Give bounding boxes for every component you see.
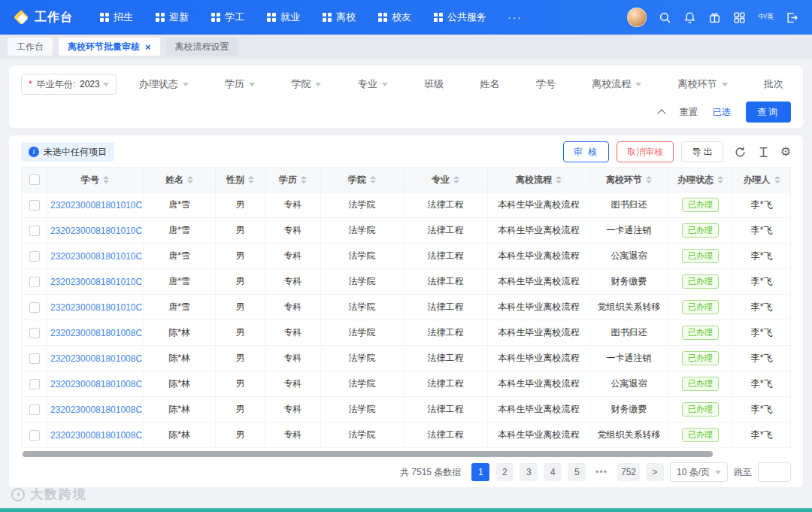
gift-icon[interactable] <box>708 11 721 24</box>
apps-grid-icon[interactable] <box>733 11 746 24</box>
next-page-button[interactable]: > <box>646 463 664 481</box>
tab[interactable]: 离校环节批量审核 × <box>59 38 160 56</box>
column-header[interactable]: 离校环节 <box>590 168 668 192</box>
nav-menu-item[interactable]: 公共服务 <box>434 11 486 24</box>
row-checkbox[interactable] <box>29 430 40 441</box>
page-button[interactable]: 1 <box>471 463 489 481</box>
column-header[interactable]: 办理状态 <box>668 168 733 192</box>
page-button[interactable]: ••• <box>592 463 611 481</box>
filter-field[interactable]: 专业 <box>358 77 388 91</box>
sort-icon[interactable] <box>717 176 723 183</box>
column-header[interactable]: 学院 <box>321 168 404 192</box>
filter-field[interactable]: 学历 <box>225 77 255 91</box>
row-checkbox[interactable] <box>29 302 40 313</box>
filter-field[interactable]: 离校环节 <box>678 77 728 91</box>
filter-field[interactable]: 离校流程 <box>592 77 641 91</box>
selected-link[interactable]: 已选 <box>713 106 731 119</box>
sort-icon[interactable] <box>248 176 254 183</box>
nav-menu-item[interactable]: 学工 <box>211 11 244 24</box>
bell-icon[interactable] <box>683 11 696 24</box>
sort-icon[interactable] <box>187 176 193 183</box>
student-id-link[interactable]: 23202300081801010C <box>50 277 142 287</box>
tab-bar: 工作台 离校环节批量审核 × 离校流程设置 <box>0 35 812 59</box>
row-checkbox[interactable] <box>29 200 40 211</box>
tab[interactable]: 离校流程设置 <box>166 38 238 56</box>
table-row: 23202300081801008C 陈*林 男 专科 法学院 法律工程 本科生… <box>22 371 790 396</box>
app-logo[interactable]: 工作台 <box>14 10 73 26</box>
collapse-chevron-up-icon[interactable] <box>657 109 665 117</box>
cell-name: 陈*林 <box>144 397 216 422</box>
student-id-link[interactable]: 23202300081801008C <box>50 404 142 415</box>
column-header[interactable]: 离校流程 <box>488 168 590 192</box>
gear-icon[interactable]: ⚙ <box>780 146 791 158</box>
filter-field[interactable]: 班级 <box>424 77 444 91</box>
column-height-icon[interactable] <box>757 146 770 159</box>
select-all-checkbox[interactable] <box>29 174 40 185</box>
page-button[interactable]: 5 <box>568 463 586 481</box>
nav-more-button[interactable]: ··· <box>508 11 523 23</box>
language-toggle-icon[interactable]: 中/英 <box>758 14 774 21</box>
filter-field[interactable]: 姓名 <box>480 77 500 91</box>
student-id-link[interactable]: 23202300081801008C <box>50 430 142 441</box>
refresh-icon[interactable] <box>734 146 747 159</box>
row-checkbox[interactable] <box>29 277 40 287</box>
filter-field[interactable]: 学院 <box>291 77 321 91</box>
student-id-link[interactable]: 23202300081801010C <box>50 251 142 262</box>
row-checkbox[interactable] <box>29 226 40 236</box>
student-id-link[interactable]: 23202300081801010C <box>50 302 142 313</box>
student-id-link[interactable]: 23202300081801010C <box>50 226 142 236</box>
row-checkbox[interactable] <box>29 379 40 389</box>
graduation-year-select[interactable]: * 毕业年份: 2023 <box>21 74 117 95</box>
filter-field[interactable]: 批次 <box>764 77 783 91</box>
filter-field[interactable]: 学号 <box>536 77 556 91</box>
scrollbar-thumb[interactable] <box>23 451 713 457</box>
column-header[interactable]: 办理人 <box>733 168 790 192</box>
column-header[interactable]: 专业 <box>404 168 488 192</box>
nav-menu-item[interactable]: 招生 <box>100 11 133 24</box>
close-icon[interactable]: × <box>145 42 151 52</box>
column-header[interactable]: 姓名 <box>144 168 216 192</box>
student-id-link[interactable]: 23202300081801008C <box>50 328 142 338</box>
jump-page-input[interactable] <box>758 462 791 482</box>
nav-menu-item[interactable]: 离校 <box>323 11 356 24</box>
sort-icon[interactable] <box>453 176 459 183</box>
sort-icon[interactable] <box>556 176 562 183</box>
page-button[interactable]: 752 <box>617 463 640 481</box>
nav-menu-item[interactable]: 迎新 <box>156 11 189 24</box>
cell-college: 法学院 <box>321 346 404 371</box>
nav-menu-item[interactable]: 就业 <box>267 11 300 24</box>
sort-icon[interactable] <box>103 176 109 183</box>
cancel-audit-button[interactable]: 取消审核 <box>617 141 674 162</box>
audit-button[interactable]: 审 核 <box>563 141 609 162</box>
student-id-link[interactable]: 23202300081801008C <box>50 353 142 364</box>
sort-icon[interactable] <box>301 176 307 183</box>
student-id-link[interactable]: 23202300081801010C <box>50 200 142 211</box>
sort-icon[interactable] <box>646 176 652 183</box>
search-icon[interactable] <box>659 11 671 24</box>
tab[interactable]: 工作台 <box>8 38 53 56</box>
nav-menu-item[interactable]: 校友 <box>378 11 411 24</box>
page-button[interactable]: 3 <box>520 463 538 481</box>
reset-button[interactable]: 重置 <box>680 106 698 119</box>
chevron-down-icon <box>722 83 728 89</box>
query-button[interactable]: 查询 <box>746 101 791 123</box>
exit-icon[interactable] <box>786 11 798 24</box>
row-checkbox[interactable] <box>29 251 40 262</box>
sort-icon[interactable] <box>370 176 376 183</box>
avatar[interactable] <box>627 8 647 27</box>
sort-icon[interactable] <box>774 176 780 183</box>
row-checkbox[interactable] <box>29 328 40 338</box>
column-header[interactable]: 学号 <box>47 168 144 192</box>
row-checkbox[interactable] <box>29 353 40 364</box>
filter-field[interactable]: 办理状态 <box>139 77 189 91</box>
page-button[interactable]: 4 <box>544 463 562 481</box>
export-button[interactable]: 导 出 <box>681 141 723 162</box>
column-header[interactable]: 学历 <box>265 168 321 192</box>
student-id-link[interactable]: 23202300081801008C <box>50 379 142 389</box>
page-button[interactable]: 2 <box>495 463 514 481</box>
row-checkbox[interactable] <box>29 404 40 415</box>
column-header[interactable]: 性别 <box>216 168 265 192</box>
status-badge: 已办理 <box>682 326 719 340</box>
cell-degree: 专科 <box>265 320 321 345</box>
page-size-select[interactable]: 10 条/页 <box>670 462 728 482</box>
